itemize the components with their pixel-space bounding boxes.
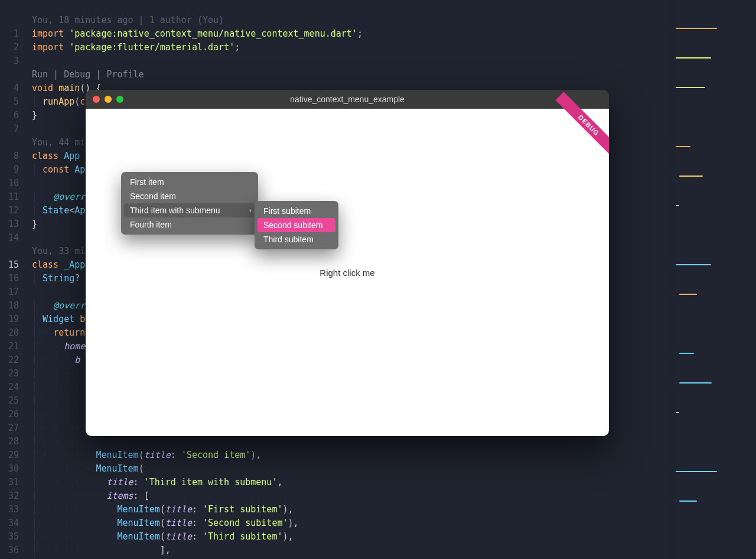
- context-submenu[interactable]: First subitem Second subitem Third subit…: [255, 201, 338, 249]
- app-body[interactable]: DEBUG Right click me First item Second i…: [86, 109, 609, 436]
- submenu-item[interactable]: Third subitem: [258, 232, 335, 246]
- close-icon[interactable]: [93, 96, 100, 103]
- line-gutter: 1 2 3 4 5 6 7 8 9 10 11 12 13 14 15 16 1…: [0, 0, 22, 559]
- chevron-right-icon: ›: [249, 206, 252, 214]
- titlebar[interactable]: native_context_menu_example: [86, 90, 609, 109]
- git-blame: You, 18 minutes ago | 1 author (You): [32, 15, 224, 25]
- minimap[interactable]: [673, 0, 756, 559]
- window-title: native_context_menu_example: [86, 95, 609, 104]
- menu-item-submenu[interactable]: Third item with submenu ›: [124, 203, 255, 217]
- zoom-icon[interactable]: [116, 96, 123, 103]
- traffic-lights: [86, 96, 123, 103]
- menu-item[interactable]: Second item: [124, 189, 255, 203]
- context-menu[interactable]: First item Second item Third item with s…: [121, 172, 258, 235]
- submenu-item[interactable]: First subitem: [258, 204, 335, 218]
- menu-item[interactable]: Fourth item: [124, 217, 255, 232]
- center-label: Right click me: [320, 268, 374, 278]
- menu-item[interactable]: First item: [124, 175, 255, 189]
- submenu-item-selected[interactable]: Second subitem: [258, 218, 335, 232]
- code-lens[interactable]: Run | Debug | Profile: [32, 69, 144, 80]
- app-window[interactable]: native_context_menu_example DEBUG Right …: [86, 90, 609, 436]
- minimize-icon[interactable]: [105, 96, 112, 103]
